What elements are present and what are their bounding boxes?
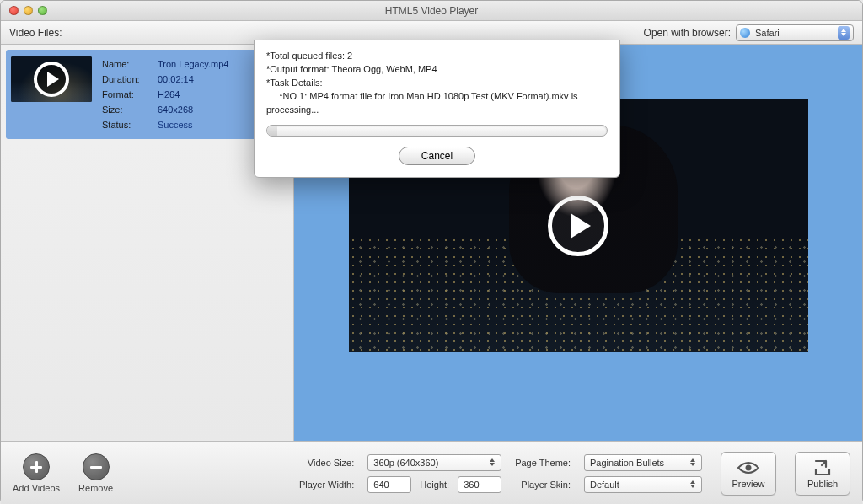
- height-label: Height:: [420, 480, 449, 490]
- add-videos-button[interactable]: Add Videos: [13, 453, 60, 493]
- status-label: Status:: [102, 117, 154, 132]
- status-value: Success: [158, 117, 228, 132]
- player-skin-value: Default: [590, 480, 619, 490]
- preview-button[interactable]: Preview: [721, 452, 776, 496]
- progress-dialog: *Total queued files: 2 *Output format: T…: [254, 40, 620, 178]
- play-icon[interactable]: [548, 196, 608, 256]
- page-theme-value: Pagination Bullets: [590, 458, 664, 468]
- video-size-select[interactable]: 360p (640x360): [367, 454, 501, 471]
- size-value: 640x268: [158, 102, 228, 117]
- minus-icon: [83, 453, 110, 480]
- add-videos-label: Add Videos: [13, 483, 60, 493]
- player-width-label: Player Width:: [299, 480, 354, 490]
- bottom-bar: Add Videos Remove Video Size: 360p (640x…: [1, 441, 862, 504]
- video-files-label: Video Files:: [9, 27, 62, 39]
- video-files-sidebar: Name: Tron Legacy.mp4 Duration: 00:02:14…: [1, 45, 294, 441]
- eye-icon: [737, 458, 759, 477]
- player-skin-select[interactable]: Default: [584, 476, 702, 493]
- duration-value: 00:02:14: [158, 72, 228, 87]
- name-value: Tron Legacy.mp4: [158, 56, 228, 72]
- publish-button[interactable]: Publish: [795, 452, 850, 496]
- open-with-browser-label: Open with browser:: [644, 27, 731, 39]
- size-label: Size:: [102, 102, 154, 117]
- preview-label: Preview: [732, 479, 764, 489]
- video-thumbnail: [11, 56, 92, 102]
- publish-label: Publish: [807, 479, 838, 489]
- svg-point-0: [746, 464, 752, 470]
- settings-grid: Video Size: 360p (640x360) Page Theme: P…: [299, 454, 702, 493]
- name-label: Name:: [102, 56, 154, 72]
- progress-details: *Total queued files: 2 *Output format: T…: [266, 49, 608, 116]
- chevron-updown-icon: [687, 456, 699, 469]
- titlebar: HTML5 Video Player: [1, 1, 862, 21]
- browser-selected-value: Safari: [755, 28, 780, 38]
- page-theme-select[interactable]: Pagination Bullets: [584, 454, 702, 471]
- cancel-button[interactable]: Cancel: [399, 147, 475, 165]
- video-size-label: Video Size:: [299, 458, 354, 468]
- progress-bar: [266, 125, 608, 137]
- app-window: HTML5 Video Player Video Files: Open wit…: [0, 0, 863, 504]
- publish-icon: [812, 458, 834, 477]
- chevron-updown-icon: [687, 478, 699, 491]
- player-width-input[interactable]: 640: [367, 476, 411, 493]
- page-theme-label: Page Theme:: [515, 458, 571, 468]
- duration-label: Duration:: [102, 72, 154, 87]
- chevron-updown-icon: [486, 456, 498, 469]
- remove-button[interactable]: Remove: [78, 453, 113, 493]
- video-size-value: 360p (640x360): [373, 458, 438, 468]
- height-input[interactable]: 360: [458, 476, 501, 493]
- play-icon: [34, 62, 69, 97]
- plus-icon: [23, 453, 50, 480]
- list-item[interactable]: Name: Tron Legacy.mp4 Duration: 00:02:14…: [6, 50, 288, 139]
- video-metadata: Name: Tron Legacy.mp4 Duration: 00:02:14…: [102, 56, 228, 132]
- player-skin-label: Player Skin:: [515, 480, 571, 490]
- browser-select[interactable]: Safari: [736, 24, 854, 41]
- remove-label: Remove: [78, 483, 113, 493]
- chevron-updown-icon: [838, 26, 850, 40]
- safari-icon: [740, 28, 750, 38]
- format-value: H264: [158, 87, 228, 102]
- window-title: HTML5 Video Player: [1, 5, 862, 17]
- format-label: Format:: [102, 87, 154, 102]
